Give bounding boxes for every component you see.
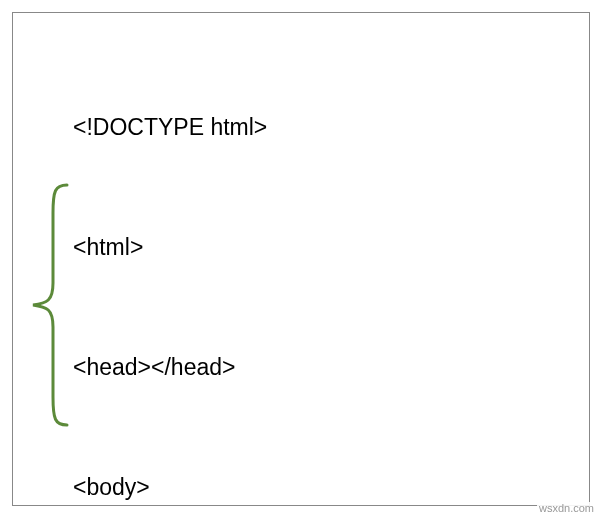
watermark: wsxdn.com bbox=[537, 502, 596, 514]
code-line: <!DOCTYPE html> bbox=[73, 107, 414, 147]
code-line: <html> bbox=[73, 227, 414, 267]
code-line: <head></head> bbox=[73, 347, 414, 387]
code-line: <body> bbox=[73, 467, 414, 507]
code-content: <!DOCTYPE html> <html> <head></head> <bo… bbox=[73, 27, 414, 516]
code-box: <!DOCTYPE html> <html> <head></head> <bo… bbox=[12, 12, 590, 506]
brace-icon bbox=[27, 183, 71, 427]
document-root: <!DOCTYPE html> <html> <head></head> <bo… bbox=[0, 0, 600, 516]
